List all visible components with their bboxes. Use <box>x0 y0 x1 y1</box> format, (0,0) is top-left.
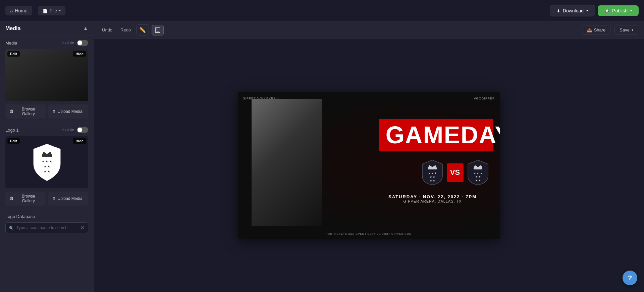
logo1-preview-inner: ★ ★ ★ ★ ★ ★ ★ <box>5 136 88 188</box>
logo1-browse-button[interactable]: Browse Gallery <box>5 192 46 206</box>
media-hide-badge[interactable]: Hide <box>73 51 86 57</box>
date-info: SATURDAY · NOV. 22, 2022 · 7PM GIPPER AR… <box>376 194 490 203</box>
svg-rect-25 <box>474 168 482 169</box>
gameday-text-box: GAMEDAY <box>379 119 493 151</box>
canvas-toolbar-right: Share Save ▾ <box>582 25 638 35</box>
svg-point-6 <box>45 68 52 90</box>
media-browse-button[interactable]: Browse Gallery <box>5 104 46 119</box>
home-button[interactable]: Home <box>5 6 32 15</box>
save-button[interactable]: Save ▾ <box>614 25 638 35</box>
undo-label: Undo <box>102 27 112 32</box>
logo-database-label: Logo Database <box>5 214 88 219</box>
logo1-section-header: Logo 1 Isolate <box>5 127 88 133</box>
media-section-header: Media Isolate <box>5 40 88 46</box>
logo-database-section: Logo Database ✕ <box>0 210 94 237</box>
date-line: SATURDAY · NOV. 22, 2022 · 7PM <box>376 194 490 199</box>
logo1-preview-box: ★ ★ ★ ★ ★ ★ ★ Edit Hide <box>5 136 88 188</box>
media-edit-badge[interactable]: Edit <box>7 51 20 57</box>
file-chevron-icon: ▾ <box>59 9 61 12</box>
gallery-icon <box>9 109 13 114</box>
vs-text: VS <box>450 168 460 177</box>
crop-tool-button[interactable] <box>152 25 164 35</box>
logo1-section: Logo 1 Isolate ★ ★ ★ ★ ★ <box>0 123 94 210</box>
download-button[interactable]: Download ▾ <box>550 5 595 16</box>
svg-text:★ ★: ★ ★ <box>475 175 480 178</box>
search-icon <box>9 225 14 231</box>
media-upload-button[interactable]: Upload Media <box>48 104 89 119</box>
upload-icon <box>52 109 56 114</box>
media-preview-box: 14 12 Edit Hide <box>5 49 88 101</box>
file-icon <box>43 8 48 13</box>
redo-button[interactable]: Redo <box>118 26 133 34</box>
media-isolate-toggle[interactable] <box>77 40 88 46</box>
logo1-isolate-row: Isolate <box>62 127 88 133</box>
topbar-divider <box>35 7 35 15</box>
svg-point-20 <box>304 124 310 131</box>
svg-point-7 <box>62 64 72 78</box>
svg-point-18 <box>277 118 296 140</box>
svg-rect-0 <box>8 49 86 101</box>
vs-area: ★ ★ ★ ★ ★ ★ ★ VS <box>421 159 490 186</box>
svg-text:★ ★: ★ ★ <box>43 164 50 168</box>
logo1-hide-badge[interactable]: Hide <box>73 138 86 144</box>
svg-text:★ ★: ★ ★ <box>475 179 480 182</box>
pen-tool-button[interactable]: ✏️ <box>136 24 149 35</box>
logo1-section-label: Logo 1 <box>5 128 19 133</box>
search-clear-button[interactable]: ✕ <box>80 225 85 230</box>
file-label: File <box>50 8 57 13</box>
canvas-container: Default GIPPER VOLLEYBALL #GOGIPPER <box>238 92 500 239</box>
svg-rect-16 <box>156 29 159 31</box>
media-action-buttons: Browse Gallery Upload Media <box>5 104 88 119</box>
svg-text:★ ★ ★: ★ ★ ★ <box>474 172 482 175</box>
media-isolate-label: Isolate <box>62 41 74 45</box>
venue-line: GIPPER ARENA, DALLAS, TX <box>376 199 490 203</box>
media-isolate-row: Isolate <box>62 40 88 46</box>
logo1-isolate-label: Isolate <box>62 128 74 132</box>
home-icon <box>10 8 13 13</box>
download-label: Download <box>563 8 584 13</box>
svg-text:14: 14 <box>280 155 293 168</box>
vs-box: VS <box>447 163 464 182</box>
share-button[interactable]: Share <box>582 25 611 35</box>
svg-point-8 <box>63 70 71 90</box>
canvas-viewport: Default GIPPER VOLLEYBALL #GOGIPPER <box>94 39 644 292</box>
publish-icon <box>604 8 609 13</box>
share-label: Share <box>594 27 606 32</box>
help-button[interactable]: ? <box>623 271 637 285</box>
file-button[interactable]: File ▾ <box>38 6 66 15</box>
logo-search-input[interactable] <box>16 225 78 230</box>
canvas-area: Undo Redo ✏️ Share Save <box>94 21 644 292</box>
help-label: ? <box>628 274 632 282</box>
undo-button[interactable]: Undo <box>99 26 115 34</box>
collapse-button[interactable]: ▲ <box>83 25 88 31</box>
svg-text:★ ★: ★ ★ <box>429 179 435 182</box>
logo1-action-buttons: Browse Gallery Upload Media <box>5 192 88 206</box>
sidebar-header: Media ▲ <box>0 21 94 36</box>
logo1-edit-badge[interactable]: Edit <box>7 138 20 144</box>
athlete-photo: 14 <box>252 99 322 226</box>
svg-text:★ ★ ★: ★ ★ ★ <box>428 172 436 175</box>
canvas-top-right-text: #GOGIPPER <box>474 97 495 100</box>
svg-rect-15 <box>155 28 160 32</box>
publish-button[interactable]: Publish ▾ <box>598 5 639 16</box>
sidebar: Media ▲ Media Isolate <box>0 21 94 292</box>
svg-rect-17 <box>252 99 322 226</box>
svg-text:12: 12 <box>45 67 48 70</box>
svg-rect-21 <box>428 168 437 169</box>
volleyball-image: 14 12 <box>5 49 88 101</box>
canvas-wrapper: GIPPER VOLLEYBALL #GOGIPPER <box>238 92 500 239</box>
volleyball-svg: 14 12 <box>5 49 88 101</box>
svg-text:14: 14 <box>25 68 29 72</box>
canvas-toolbar: Undo Redo ✏️ Share Save <box>94 21 644 39</box>
svg-point-4 <box>24 68 33 91</box>
publish-label: Publish <box>612 8 628 13</box>
media-section: Media Isolate <box>0 36 94 123</box>
save-label: Save <box>620 27 630 32</box>
svg-rect-11 <box>42 155 52 157</box>
crop-icon <box>155 27 161 33</box>
logo1-isolate-toggle[interactable] <box>77 127 88 133</box>
logo1-upload-button[interactable]: Upload Media <box>48 192 89 206</box>
gameday-canvas[interactable]: GIPPER VOLLEYBALL #GOGIPPER <box>238 92 500 239</box>
publish-chevron-icon: ▾ <box>630 9 632 12</box>
gameday-word: GAMEDAY <box>386 123 486 147</box>
